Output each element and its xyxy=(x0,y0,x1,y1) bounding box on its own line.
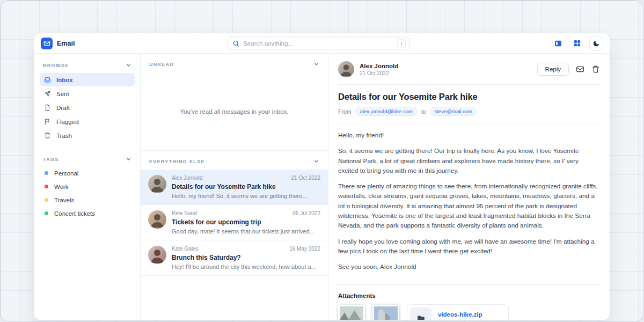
sidebar-item-label: Draft xyxy=(56,105,70,111)
message-subject: Details for our Yosemite Park hike xyxy=(172,183,320,191)
to-label: to xyxy=(421,108,426,115)
unread-label: UNREAD xyxy=(149,62,174,67)
sender-info: Alex Jonnold 21 Oct 2022 xyxy=(360,63,398,76)
sidebar-item-trash[interactable]: Trash xyxy=(40,129,135,142)
folder-icon xyxy=(416,314,426,320)
dark-mode-button[interactable] xyxy=(589,36,603,50)
brand: Email xyxy=(41,38,75,49)
tag-item-concert-tickets[interactable]: Concert tickets xyxy=(40,207,135,220)
sidebar-item-label: Inbox xyxy=(56,77,73,83)
sidebar-item-inbox[interactable]: Inbox xyxy=(40,73,135,86)
to-email-badge[interactable]: steve@mail.com xyxy=(430,107,477,116)
attachment-photo-2[interactable] xyxy=(372,305,399,320)
trash-icon[interactable] xyxy=(591,65,600,74)
body-paragraph: I really hope you love coming along with… xyxy=(338,237,600,257)
message-snippet: Good day, mate! It seems that our ticket… xyxy=(172,228,320,235)
messages: Alex Jonnold 21 Oct 2022 Details for our… xyxy=(141,170,328,276)
sidebar-item-label: Trash xyxy=(56,133,72,139)
sidebar-item-flagged[interactable]: Flagged xyxy=(40,115,135,128)
tag-item-personal[interactable]: Personal xyxy=(40,166,135,180)
attachment-photo-1[interactable] xyxy=(338,305,365,320)
tag-label: Personal xyxy=(54,170,78,177)
layout-toggle-button[interactable] xyxy=(552,37,565,50)
search-input[interactable] xyxy=(243,40,393,47)
search-bar[interactable]: / xyxy=(227,36,409,50)
tags-section-header: TAGS xyxy=(40,151,135,166)
send-icon xyxy=(44,90,51,97)
body-paragraph: There are plenty of amazing things to se… xyxy=(338,181,600,230)
message-subject: Brunch this Saturday? xyxy=(172,254,320,261)
reading-pane-header: Alex Jonnold 21 Oct 2022 Reply xyxy=(338,61,600,77)
email-actions: Reply xyxy=(537,63,600,76)
message-list-item[interactable]: Alex Jonnold 21 Oct 2022 Details for our… xyxy=(141,170,328,205)
browse-label: BROWSE xyxy=(43,63,69,68)
message-snippet: Hello, my friend! So, it seems we are ge… xyxy=(172,193,320,199)
flag-icon xyxy=(44,118,51,125)
message-sender: Alex Jonnold xyxy=(172,175,202,181)
from-label: From xyxy=(338,108,352,115)
message-list-item[interactable]: Pete Sand 06 Jul 2022 Tickets for our up… xyxy=(141,205,328,240)
file-name-link[interactable]: videos-hike.zip xyxy=(438,311,482,318)
reading-pane: Alex Jonnold 21 Oct 2022 Reply De xyxy=(328,54,610,320)
chevron-down-icon[interactable] xyxy=(126,62,131,68)
apps-grid-button[interactable] xyxy=(570,37,583,50)
app-content: BROWSE Inbox xyxy=(34,54,610,320)
sidebar-item-sent[interactable]: Sent xyxy=(40,87,135,100)
reply-button[interactable]: Reply xyxy=(537,63,569,76)
message-sender: Kate Gates xyxy=(172,246,199,252)
folder-icon-container xyxy=(410,308,431,320)
envelope-logo-icon xyxy=(43,40,50,47)
top-actions xyxy=(552,36,603,50)
from-email-badge[interactable]: alex.jonnold@hike.com xyxy=(355,107,418,116)
everything-else-section-header: EVERYTHING ELSE xyxy=(141,151,328,170)
folder-nav: Inbox Sent Draft xyxy=(40,73,135,142)
divider xyxy=(338,84,600,85)
unread-section-header: UNREAD xyxy=(141,54,328,72)
file-size: 100 MB xyxy=(438,319,482,320)
sender-name: Alex Jonnold xyxy=(360,63,398,69)
inbox-icon xyxy=(44,76,51,83)
divider xyxy=(338,284,600,285)
message-date: 21 Oct 2022 xyxy=(291,175,320,181)
grid-icon xyxy=(573,39,581,47)
message-date: 16 May 2022 xyxy=(289,246,320,252)
message-list-column: UNREAD You've read all messages in your … xyxy=(141,54,328,320)
moon-icon xyxy=(592,40,600,47)
tag-label: Travels xyxy=(54,197,74,203)
sidebar-item-draft[interactable]: Draft xyxy=(40,101,135,114)
everything-else-label: EVERYTHING ELSE xyxy=(149,159,205,164)
tag-item-work[interactable]: Work xyxy=(40,180,135,193)
tag-label: Concert tickets xyxy=(54,210,95,217)
attachment-file-card[interactable]: videos-hike.zip 100 MB xyxy=(407,304,509,320)
chevron-down-icon[interactable] xyxy=(126,156,131,162)
message-snippet: Hey! I'll be around the city this weeken… xyxy=(172,264,320,270)
attachments-heading: Attachments xyxy=(338,292,600,299)
sidebar: BROWSE Inbox xyxy=(34,54,141,320)
document-icon xyxy=(44,104,51,111)
divider xyxy=(338,123,600,123)
chevron-down-icon[interactable] xyxy=(313,61,319,67)
sidebar-item-label: Sent xyxy=(56,91,69,97)
message-preview: Pete Sand 06 Jul 2022 Tickets for our up… xyxy=(172,210,320,235)
avatar xyxy=(338,61,354,77)
tag-color-dot xyxy=(45,211,48,215)
tag-item-travels[interactable]: Travels xyxy=(40,193,135,207)
message-subject: Tickets for our upcoming trip xyxy=(172,218,320,226)
mail-icon[interactable] xyxy=(576,65,584,74)
tag-color-dot xyxy=(45,171,48,175)
email-date: 21 Oct 2022 xyxy=(360,70,398,76)
tag-color-dot xyxy=(45,198,48,202)
avatar xyxy=(148,246,166,264)
tags-label: TAGS xyxy=(43,157,59,162)
browse-section-header: BROWSE xyxy=(40,57,135,72)
tag-color-dot xyxy=(45,185,48,188)
chevron-down-icon[interactable] xyxy=(313,158,319,164)
search-icon xyxy=(232,40,239,47)
page-background: Email / xyxy=(0,0,644,322)
search-shortcut-badge: / xyxy=(397,39,406,48)
avatar xyxy=(148,210,166,229)
message-list-item[interactable]: Kate Gates 16 May 2022 Brunch this Satur… xyxy=(141,240,328,276)
unread-empty-state: You've read all messages in your inbox. xyxy=(141,72,328,151)
body-paragraph: See you soon, Alex Jonnold xyxy=(338,262,600,272)
message-preview: Kate Gates 16 May 2022 Brunch this Satur… xyxy=(172,246,320,270)
